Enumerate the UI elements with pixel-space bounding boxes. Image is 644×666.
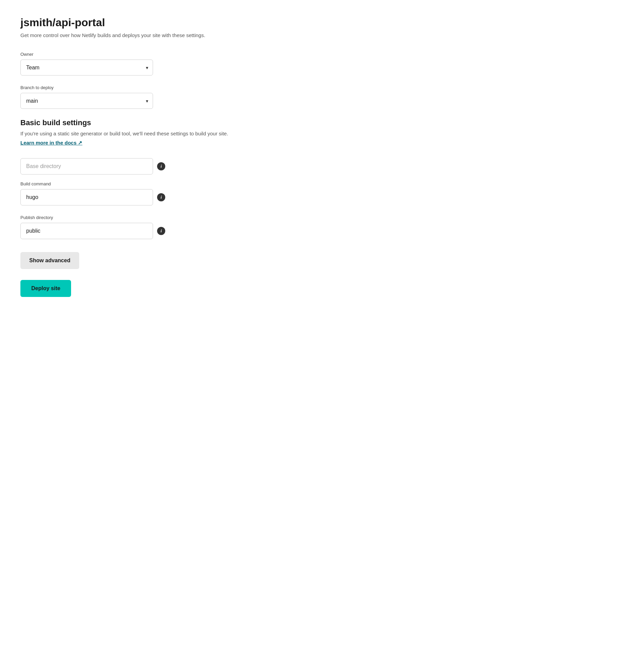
page-title: jsmith/api-portal bbox=[20, 16, 252, 29]
action-buttons: Show advanced Deploy site bbox=[20, 249, 252, 297]
build-command-row: i bbox=[20, 189, 252, 205]
owner-select-wrapper: Team ▾ bbox=[20, 60, 153, 76]
publish-directory-row: i bbox=[20, 223, 252, 239]
publish-directory-info-icon[interactable]: i bbox=[157, 227, 165, 235]
branch-select-wrapper: main develop staging ▾ bbox=[20, 93, 153, 109]
build-command-label: Build command bbox=[20, 181, 252, 186]
build-command-input[interactable] bbox=[20, 189, 153, 205]
learn-more-link[interactable]: Learn more in the docs ↗ bbox=[20, 140, 82, 146]
deploy-site-button[interactable]: Deploy site bbox=[20, 280, 71, 297]
branch-select[interactable]: main develop staging bbox=[20, 93, 153, 109]
build-settings-subtitle: If you're using a static site generator … bbox=[20, 131, 252, 136]
owner-label: Owner bbox=[20, 52, 252, 57]
branch-label: Branch to deploy bbox=[20, 85, 252, 90]
publish-directory-group: Publish directory i bbox=[20, 215, 252, 239]
publish-directory-label: Publish directory bbox=[20, 215, 252, 220]
show-advanced-button[interactable]: Show advanced bbox=[20, 252, 79, 269]
base-directory-row: i bbox=[20, 158, 252, 174]
owner-select[interactable]: Team bbox=[20, 60, 153, 76]
base-directory-input[interactable] bbox=[20, 158, 153, 174]
page-subtitle: Get more control over how Netlify builds… bbox=[20, 32, 252, 38]
build-command-info-icon[interactable]: i bbox=[157, 193, 165, 201]
build-settings-title: Basic build settings bbox=[20, 118, 252, 127]
build-command-group: Build command i bbox=[20, 181, 252, 205]
publish-directory-input[interactable] bbox=[20, 223, 153, 239]
owner-field-group: Owner Team ▾ bbox=[20, 52, 252, 76]
branch-field-group: Branch to deploy main develop staging ▾ bbox=[20, 85, 252, 109]
base-directory-group bbox=[20, 158, 153, 174]
base-directory-info-icon[interactable]: i bbox=[157, 162, 165, 170]
